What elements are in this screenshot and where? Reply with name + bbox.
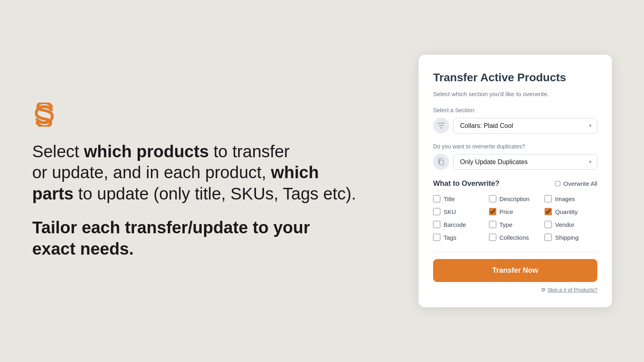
- divider: [433, 252, 597, 253]
- sub-text: Tailor each transfer/update to your exac…: [32, 217, 394, 259]
- checkbox-quantity[interactable]: [545, 208, 552, 215]
- checkbox-label-title: Title: [444, 195, 455, 202]
- logo: [32, 103, 394, 128]
- left-panel: Select which products to transfer or upd…: [0, 70, 419, 292]
- svg-rect-0: [440, 160, 444, 165]
- checkbox-vendor[interactable]: [545, 221, 552, 228]
- checkbox-label-vendor: Vendor: [555, 221, 574, 228]
- checkbox-item-title[interactable]: Title: [433, 195, 486, 202]
- dialog-title: Transfer Active Products: [433, 71, 597, 84]
- section-label: Select a Section:: [433, 107, 597, 113]
- checkbox-sku[interactable]: [433, 208, 440, 215]
- checkbox-price[interactable]: [489, 208, 496, 215]
- overwrite-header: What to Overwrite? Overwrite All: [433, 179, 597, 188]
- skip-icon: ⚙: [541, 287, 546, 293]
- overwrite-title: What to Overwrite?: [433, 179, 500, 188]
- skip-products-link[interactable]: Skip a # of Products?: [547, 287, 597, 293]
- checkbox-grid: TitleDescriptionImagesSKUPriceQuantityBa…: [433, 195, 597, 241]
- checkbox-item-description[interactable]: Description: [489, 195, 542, 202]
- filter-icon: [433, 117, 449, 134]
- checkbox-label-collections: Collections: [500, 234, 529, 241]
- checkbox-label-quantity: Quantity: [555, 208, 578, 215]
- section-select-row: Collars: Plaid Cool Collars: Standard Ac…: [433, 117, 597, 134]
- duplicates-select-wrapper[interactable]: Only Update Duplicates Overwrite All Ski…: [453, 154, 597, 170]
- checkbox-item-vendor[interactable]: Vendor: [545, 221, 597, 228]
- copy-icon: [433, 154, 449, 170]
- checkbox-item-collections[interactable]: Collections: [489, 234, 542, 241]
- duplicates-select[interactable]: Only Update Duplicates Overwrite All Ski…: [453, 154, 597, 170]
- checkbox-label-description: Description: [500, 195, 530, 202]
- checkbox-item-quantity[interactable]: Quantity: [545, 208, 597, 215]
- checkbox-type[interactable]: [489, 221, 496, 228]
- checkbox-collections[interactable]: [489, 234, 496, 241]
- checkbox-item-barcode[interactable]: Barcode: [433, 221, 486, 228]
- transfer-now-button[interactable]: Transfer Now: [433, 259, 597, 282]
- duplicates-select-row: Only Update Duplicates Overwrite All Ski…: [433, 154, 597, 170]
- checkbox-label-sku: SKU: [444, 208, 456, 215]
- checkbox-tags[interactable]: [433, 234, 440, 241]
- section-select[interactable]: Collars: Plaid Cool Collars: Standard Ac…: [453, 118, 597, 134]
- transfer-dialog: Transfer Active Products Select which se…: [419, 55, 612, 308]
- checkbox-title[interactable]: [433, 195, 440, 202]
- checkbox-label-shipping: Shipping: [555, 234, 578, 241]
- checkbox-label-type: Type: [500, 221, 513, 228]
- checkbox-shipping[interactable]: [545, 234, 552, 241]
- checkbox-item-type[interactable]: Type: [489, 221, 542, 228]
- duplicates-label: Do you want to overwrite duplicates?: [433, 143, 597, 150]
- checkbox-item-images[interactable]: Images: [545, 195, 597, 202]
- checkbox-label-price: Price: [500, 208, 513, 215]
- overwrite-all-label[interactable]: Overwrite All: [555, 180, 597, 187]
- checkbox-item-price[interactable]: Price: [489, 208, 542, 215]
- checkbox-item-shipping[interactable]: Shipping: [545, 234, 597, 241]
- skip-link: ⚙ Skip a # of Products?: [433, 287, 597, 293]
- checkbox-label-barcode: Barcode: [444, 221, 466, 228]
- checkbox-images[interactable]: [545, 195, 552, 202]
- section-select-wrapper[interactable]: Collars: Plaid Cool Collars: Standard Ac…: [453, 118, 597, 134]
- checkbox-item-tags[interactable]: Tags: [433, 234, 486, 241]
- checkbox-barcode[interactable]: [433, 221, 440, 228]
- checkbox-description[interactable]: [489, 195, 496, 202]
- overwrite-all-checkbox[interactable]: [555, 181, 560, 186]
- checkbox-item-sku[interactable]: SKU: [433, 208, 486, 215]
- checkbox-label-tags: Tags: [444, 234, 456, 241]
- checkbox-label-images: Images: [555, 195, 575, 202]
- dialog-subtitle: Select which section you'd like to overw…: [433, 90, 597, 97]
- hero-text: Select which products to transfer or upd…: [32, 141, 394, 205]
